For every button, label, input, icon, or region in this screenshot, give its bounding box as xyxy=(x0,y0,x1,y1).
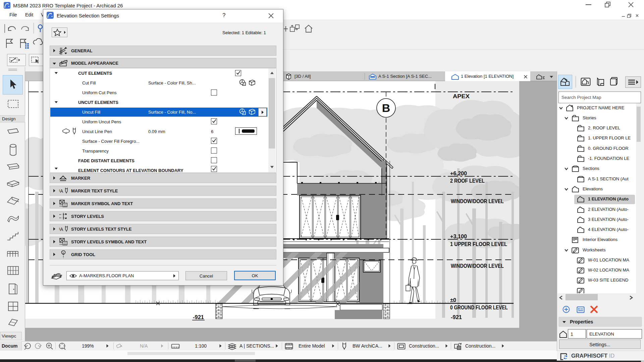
svg-text:0 GROUND FLOOR LEVEL: 0 GROUND FLOOR LEVEL xyxy=(450,304,508,311)
svg-text:+3,100: +3,100 xyxy=(450,233,467,240)
svg-text:ᵗA: ᵗA xyxy=(59,188,63,194)
svg-text:1 UPPER FLOOR LEVEL: 1 UPPER FLOOR LEVEL xyxy=(450,241,507,247)
svg-text:1: 1 xyxy=(62,251,64,254)
svg-text:WINDOW/DOOR LEVEL: WINDOW/DOOR LEVEL xyxy=(451,198,504,204)
svg-text:WINDOW/DOOR LEVEL: WINDOW/DOOR LEVEL xyxy=(451,263,504,269)
svg-text:2 ROOF LEVEL: 2 ROOF LEVEL xyxy=(450,178,485,184)
svg-text:+6,200: +6,200 xyxy=(450,170,467,177)
svg-text:ᵗA: ᵗA xyxy=(59,227,63,232)
svg-text:B: B xyxy=(382,102,390,114)
svg-text:-921: -921 xyxy=(193,314,204,320)
svg-text:±0: ±0 xyxy=(450,297,456,303)
svg-text:-921: -921 xyxy=(451,314,462,320)
svg-text:APEX: APEX xyxy=(453,93,470,100)
